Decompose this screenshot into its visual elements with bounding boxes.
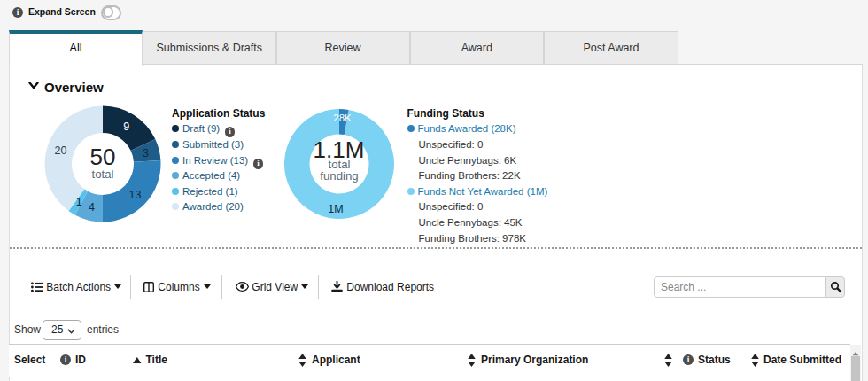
svg-text:28K: 28K — [333, 113, 352, 123]
svg-text:1M: 1M — [328, 202, 343, 214]
svg-text:funding: funding — [320, 168, 358, 182]
svg-text:50: 50 — [90, 143, 116, 169]
svg-text:13: 13 — [128, 188, 141, 200]
svg-text:9: 9 — [123, 121, 129, 133]
svg-text:3: 3 — [143, 147, 149, 159]
svg-text:20: 20 — [54, 144, 66, 156]
svg-text:4: 4 — [89, 200, 95, 213]
svg-text:total: total — [92, 167, 114, 181]
svg-text:1: 1 — [76, 195, 82, 207]
